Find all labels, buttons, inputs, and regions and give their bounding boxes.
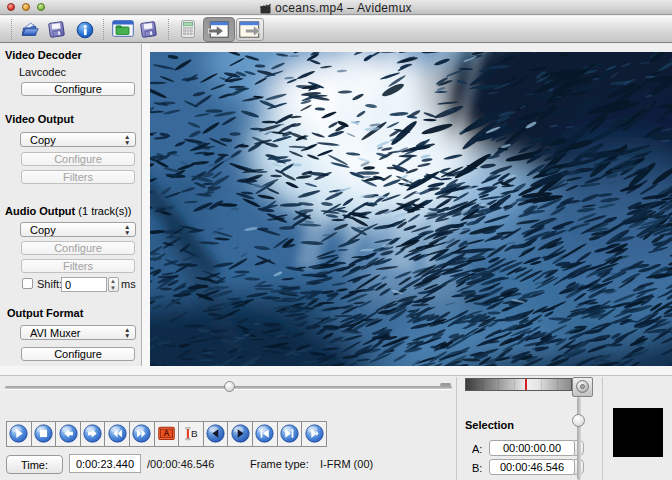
svg-text:A: A — [164, 429, 170, 438]
svg-text:B: B — [191, 428, 198, 439]
